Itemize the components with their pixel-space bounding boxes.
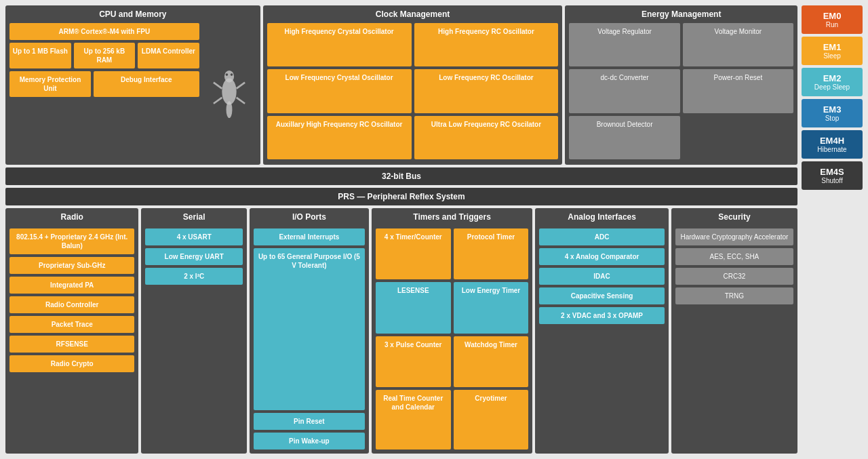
timers-title: Timers and Triggers xyxy=(376,212,528,222)
io-extint-btn[interactable]: External Interrupts xyxy=(254,228,365,245)
crc-btn[interactable]: CRC32 xyxy=(675,268,793,285)
io-pinreset-btn[interactable]: Pin Reset xyxy=(254,413,365,430)
serial-i2c-btn[interactable]: 2 x I²C xyxy=(145,268,242,285)
svg-point-6 xyxy=(226,101,232,118)
em2-sublabel: Deep Sleep xyxy=(804,83,860,91)
em0-sublabel: Run xyxy=(804,21,860,28)
cryo-btn[interactable]: Cryotimer xyxy=(454,390,529,450)
em1-sublabel: Sleep xyxy=(804,52,860,60)
cap-btn[interactable]: Capacitive Sensing xyxy=(539,287,664,304)
pulse-btn[interactable]: 3 x Pulse Counter xyxy=(376,336,451,387)
em3-badge[interactable]: EM3 Stop xyxy=(802,99,863,127)
hfxo-btn[interactable]: High Frequency Crystal Oscillator xyxy=(267,23,412,66)
em2-badge[interactable]: EM2 Deep Sleep xyxy=(802,68,863,96)
vmon-btn[interactable]: Voltage Monitor xyxy=(683,23,793,66)
letimer-btn[interactable]: Low Energy Timer xyxy=(454,282,529,333)
analog-section: Analog Interfaces ADC 4 x Analog Compara… xyxy=(535,208,668,454)
em4s-sublabel: Shutoff xyxy=(804,177,860,184)
serial-title: Serial xyxy=(145,212,242,222)
svg-line-3 xyxy=(236,82,244,88)
auxhfrco-btn[interactable]: Auxillary High Frequency RC Oscillator xyxy=(267,116,412,159)
energy-title: Energy Management xyxy=(569,9,793,19)
prs-bus: PRS — Peripheral Reflex System xyxy=(5,188,797,205)
hfrco-btn[interactable]: High Frequency RC Oscillator xyxy=(414,23,559,66)
gecko-logo xyxy=(202,23,256,159)
security-section: Security Hardware Cryptography Accelerat… xyxy=(671,208,797,454)
radio-trace-btn[interactable]: Packet Trace xyxy=(9,316,134,333)
radio-rfsense-btn[interactable]: RFSENSE xyxy=(9,336,134,353)
lesense-btn[interactable]: LESENSE xyxy=(376,282,451,333)
serial-leuart-btn[interactable]: Low Energy UART xyxy=(145,248,242,265)
em4s-badge[interactable]: EM4S Shutoff xyxy=(802,161,863,190)
svg-point-8 xyxy=(230,73,233,76)
bus-32bit: 32-bit Bus xyxy=(5,167,797,185)
ldma-btn[interactable]: LDMA Controller xyxy=(138,43,199,68)
hca-btn[interactable]: Hardware Cryptography Accelerator xyxy=(675,228,793,245)
serial-section: Serial 4 x USART Low Energy UART 2 x I²C xyxy=(141,208,246,454)
em4s-label: EM4S xyxy=(804,167,860,177)
em4h-sublabel: Hibernate xyxy=(804,146,860,153)
trng-btn[interactable]: TRNG xyxy=(675,287,793,304)
em4h-badge[interactable]: EM4H Hibernate xyxy=(802,130,863,159)
radio-controller-btn[interactable]: Radio Controller xyxy=(9,296,134,313)
debug-btn[interactable]: Debug Interface xyxy=(94,71,199,97)
rtc-btn[interactable]: Real Time Counter and Calendar xyxy=(376,390,451,450)
radio-freq-btn[interactable]: 802.15.4 + Proprietary 2.4 GHz (Int. Bal… xyxy=(9,228,134,254)
em0-label: EM0 xyxy=(804,11,860,21)
io-section: I/O Ports External Interrupts Up to 65 G… xyxy=(250,208,369,454)
vreg-btn[interactable]: Voltage Regulator xyxy=(569,23,679,66)
flash-btn[interactable]: Up to 1 MB Flash xyxy=(9,43,71,68)
io-gpio-btn[interactable]: Up to 65 General Purpose I/O (5 V Tolera… xyxy=(254,248,365,410)
aes-btn[interactable]: AES, ECC, SHA xyxy=(675,248,793,265)
radio-pa-btn[interactable]: Integrated PA xyxy=(9,277,134,294)
svg-line-5 xyxy=(236,97,244,103)
em0-badge[interactable]: EM0 Run xyxy=(802,5,863,34)
svg-point-7 xyxy=(225,73,228,76)
radio-subghz-btn[interactable]: Proprietary Sub-GHz xyxy=(9,257,134,274)
io-title: I/O Ports xyxy=(254,212,365,222)
ulfrco-btn[interactable]: Ultra Low Frequency RC Oscilator xyxy=(414,116,559,159)
em1-label: EM1 xyxy=(804,42,860,52)
svg-point-1 xyxy=(224,70,234,82)
em1-badge[interactable]: EM1 Sleep xyxy=(802,37,863,65)
timers-section: Timers and Triggers 4 x Timer/Counter Pr… xyxy=(372,208,532,454)
radio-crypto-btn[interactable]: Radio Crypto xyxy=(9,355,134,372)
radio-section: Radio 802.15.4 + Proprietary 2.4 GHz (In… xyxy=(5,208,138,454)
lfrco-btn[interactable]: Low Frequency RC Oscillator xyxy=(414,69,559,113)
radio-title: Radio xyxy=(9,212,134,222)
ram-btn[interactable]: Up to 256 kB RAM xyxy=(74,43,136,68)
clock-management-section: Clock Management High Frequency Crystal … xyxy=(263,5,563,165)
idac-btn[interactable]: IDAC xyxy=(539,268,664,285)
em4h-label: EM4H xyxy=(804,136,860,146)
adc-btn[interactable]: ADC xyxy=(539,228,664,245)
comp-btn[interactable]: 4 x Analog Comparator xyxy=(539,248,664,265)
em2-label: EM2 xyxy=(804,73,860,83)
por-btn[interactable]: Power-on Reset xyxy=(683,69,793,113)
cpu-title: CPU and Memory xyxy=(9,9,256,19)
watchdog-btn[interactable]: Watchdog Timer xyxy=(454,336,529,387)
io-pinwakeup-btn[interactable]: Pin Wake-up xyxy=(254,433,365,450)
analog-title: Analog Interfaces xyxy=(539,212,664,222)
timer-btn[interactable]: 4 x Timer/Counter xyxy=(376,228,451,279)
serial-usart-btn[interactable]: 4 x USART xyxy=(145,228,242,245)
arm-cortex-btn[interactable]: ARM® Cortex®-M4 with FPU xyxy=(9,23,199,40)
cpu-memory-section: CPU and Memory ARM® Cortex®-M4 with FPU … xyxy=(5,5,260,165)
em3-label: EM3 xyxy=(804,104,860,115)
clock-title: Clock Management xyxy=(267,9,559,19)
energy-management-section: Energy Management Voltage Regulator Volt… xyxy=(565,5,797,165)
svg-line-4 xyxy=(214,97,222,103)
protocol-btn[interactable]: Protocol Timer xyxy=(454,228,529,279)
em3-sublabel: Stop xyxy=(804,115,860,122)
security-title: Security xyxy=(675,212,793,222)
lfxo-btn[interactable]: Low Frequency Crystal Oscillator xyxy=(267,69,412,113)
energy-mode-sidebar: EM0 Run EM1 Sleep EM2 Deep Sleep EM3 Sto… xyxy=(802,5,863,454)
svg-line-2 xyxy=(214,82,222,88)
dcdc-btn[interactable]: dc-dc Converter xyxy=(569,69,679,113)
vdac-btn[interactable]: 2 x VDAC and 3 x OPAMP xyxy=(539,307,664,324)
mpu-btn[interactable]: Memory Protection Unit xyxy=(9,71,91,97)
bod-btn[interactable]: Brownout Detector xyxy=(569,116,679,159)
